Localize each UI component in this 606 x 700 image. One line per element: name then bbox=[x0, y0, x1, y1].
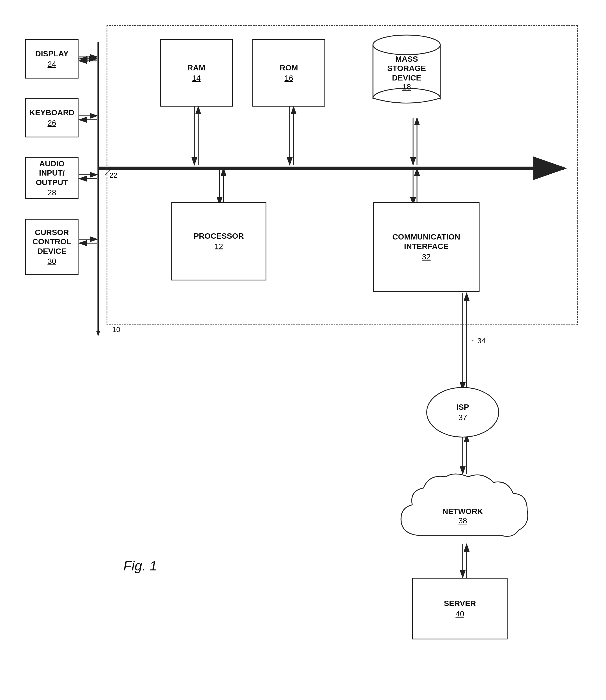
server-box: SERVER 40 bbox=[412, 578, 508, 639]
audio-box: AUDIO INPUT/OUTPUT 28 bbox=[25, 157, 78, 199]
ram-label: RAM bbox=[187, 63, 205, 73]
processor-box: PROCESSOR 12 bbox=[171, 202, 266, 280]
isp-label: ISP bbox=[456, 402, 469, 412]
line34-ref-num: ~ 34 bbox=[471, 336, 485, 345]
network-label: NETWORK bbox=[443, 507, 483, 516]
system-ref-num: 10 bbox=[112, 325, 120, 334]
processor-label: PROCESSOR bbox=[194, 231, 244, 241]
comm-interface-num: 32 bbox=[422, 252, 430, 261]
rom-num: 16 bbox=[284, 74, 293, 83]
comm-interface-label: COMMUNICATIONINTERFACE bbox=[392, 232, 460, 251]
svg-rect-36 bbox=[373, 98, 440, 107]
mass-storage-num: 18 bbox=[402, 83, 411, 91]
keyboard-num: 26 bbox=[47, 119, 56, 127]
isp-num: 37 bbox=[458, 413, 467, 422]
mass-storage-cylinder: MASSSTORAGEDEVICE 18 bbox=[367, 28, 446, 107]
network-cloud: NETWORK 38 bbox=[384, 468, 541, 547]
svg-marker-6 bbox=[96, 331, 100, 336]
network-num: 38 bbox=[458, 516, 467, 525]
cursor-box: CURSORCONTROLDEVICE 30 bbox=[25, 219, 78, 275]
rom-box: ROM 16 bbox=[252, 39, 325, 107]
keyboard-label: KEYBOARD bbox=[29, 108, 74, 117]
server-label: SERVER bbox=[444, 599, 476, 608]
display-num: 24 bbox=[47, 60, 56, 69]
keyboard-box: KEYBOARD 26 bbox=[25, 98, 78, 137]
ram-box: RAM 14 bbox=[160, 39, 233, 107]
diagram-container: 10 22 ~ 34 DISPLAY 24 KEYBOARD 26 AUDIO … bbox=[11, 11, 595, 690]
display-label: DISPLAY bbox=[35, 49, 69, 59]
isp-circle: ISP 37 bbox=[426, 387, 499, 438]
audio-label: AUDIO INPUT/OUTPUT bbox=[26, 159, 78, 187]
ram-num: 14 bbox=[192, 74, 201, 83]
processor-num: 12 bbox=[214, 242, 223, 251]
comm-interface-box: COMMUNICATIONINTERFACE 32 bbox=[373, 202, 480, 291]
server-num: 40 bbox=[456, 609, 464, 619]
svg-point-34 bbox=[373, 35, 440, 55]
cursor-label: CURSORCONTROLDEVICE bbox=[32, 228, 71, 256]
cursor-num: 30 bbox=[47, 257, 56, 266]
display-box: DISPLAY 24 bbox=[25, 39, 78, 78]
mass-storage-label: MASSSTORAGEDEVICE bbox=[387, 55, 426, 82]
audio-num: 28 bbox=[47, 188, 56, 197]
rom-label: ROM bbox=[280, 63, 298, 73]
figure-label: Fig. 1 bbox=[123, 558, 157, 574]
